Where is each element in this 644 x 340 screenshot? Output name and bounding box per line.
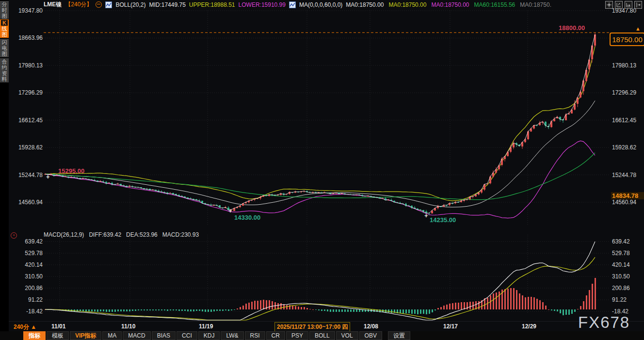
boll-lower-value: LOWER:15910.99 xyxy=(239,1,286,8)
price-tick-left: 19347.80 xyxy=(11,7,43,14)
price-tick-right: 16612.45 xyxy=(612,117,644,124)
current-price-box: 18750.00 xyxy=(610,32,644,46)
scale-axis-right-icon[interactable] xyxy=(625,1,632,9)
toolbar-item-vol[interactable]: VOL xyxy=(336,331,358,340)
toolbar-item-psy[interactable]: PSY xyxy=(286,331,308,340)
chart-header: LME镍 【240分】 BOLL(20,2) MID:17449.75 UPPE… xyxy=(44,1,551,8)
macd-tick-left: 420.14 xyxy=(11,261,43,268)
toolbar-item-macd[interactable]: MACD xyxy=(123,331,150,340)
indicator-toolbar: 指标模板VIP指标MAMACDBIASCCIKDJLW&RSICRPSYBOLL… xyxy=(0,331,644,340)
macd-tick-left: 529.78 xyxy=(11,250,43,257)
tab-contract-info[interactable]: 合约资料 xyxy=(0,58,9,82)
toolbar-item-kdj[interactable]: KDJ xyxy=(198,331,220,340)
collapse-icon[interactable] xyxy=(96,1,102,8)
price-tick-left: 15244.78 xyxy=(11,172,43,178)
macd-tick-left: 639.42 xyxy=(11,238,43,245)
boll-upper-value: UPPER:18988.51 xyxy=(189,1,235,8)
move-tool-icon[interactable] xyxy=(605,1,613,9)
low1-label: 14330.00 xyxy=(234,214,260,221)
ma-value-4: MA0:18750. xyxy=(520,1,551,8)
last-trade-price-label: 14834.78 xyxy=(611,192,644,199)
toolbar-item-ma[interactable]: MA xyxy=(102,331,122,340)
ma-params-label: MA(0,0,0,60,0,0) xyxy=(299,1,342,8)
macd-tick-right: 310.50 xyxy=(612,273,644,280)
scale-axis-left-icon[interactable] xyxy=(615,1,623,9)
price-tick-right: 17296.29 xyxy=(612,89,644,96)
period-label[interactable]: 【240分】 xyxy=(65,0,92,9)
chart-window-controls xyxy=(605,1,642,9)
macd-tick-left: 91.22 xyxy=(11,296,43,303)
toolbar-item-bias[interactable]: BIAS xyxy=(152,331,176,340)
tab-time-chart[interactable]: 分时图 xyxy=(0,1,9,19)
ma-value-2: MA0:18750.00 xyxy=(431,1,469,8)
macd-tick-right: 420.14 xyxy=(612,261,644,268)
macd-tick-left: 200.86 xyxy=(11,285,43,291)
left-high-label: 15295.00 xyxy=(58,167,84,175)
toolbar-item-lwr[interactable]: LW& xyxy=(221,331,243,340)
macd-tick-left: -18.42 xyxy=(11,308,43,315)
toolbar-item-cci[interactable]: CCI xyxy=(177,331,197,340)
toolbar-item-obv[interactable]: OBV xyxy=(359,331,382,340)
boll-indicator-icon[interactable] xyxy=(105,1,112,8)
macd-tick-right: 91.22 xyxy=(612,296,644,303)
toolbar-item-cr[interactable]: CR xyxy=(266,331,285,340)
watermark: FX678 xyxy=(578,313,630,332)
period-dropdown[interactable]: 240分 ▲ xyxy=(14,323,36,331)
toolbar-item-boll[interactable]: BOLL xyxy=(309,331,335,340)
macd-macd-value: MACD:230.93 xyxy=(162,231,199,238)
price-tick-left: 18663.96 xyxy=(11,34,43,41)
macd-header: MACD(26,12,9) DIFF:639.42 DEA:523.96 MAC… xyxy=(44,231,199,238)
macd-dea-value: DEA:523.96 xyxy=(126,231,158,238)
high-marker-label: 18800.00 xyxy=(559,24,585,32)
ma-value-0: MA0:18750.00 xyxy=(346,1,384,8)
symbol-name: LME镍 xyxy=(44,0,62,9)
ma-value-3: MA60:16155.56 xyxy=(474,1,515,8)
price-tick-left: 16612.45 xyxy=(11,117,43,124)
macd-tick-right: 200.86 xyxy=(612,285,644,291)
selected-bar-datetime: 2025/11/27 13:00~17:00 四 xyxy=(274,322,350,332)
charting-app-window: 分时图K线图闪电图合约资料 LME镍 【240分】 BOLL(20,2) MID… xyxy=(0,0,644,340)
left-tab-sidebar: 分时图K线图闪电图合约资料 xyxy=(0,0,9,340)
price-tick-left: 14560.94 xyxy=(11,199,43,206)
low1-cross-marker: + xyxy=(228,209,232,213)
tick-date: 11/19 xyxy=(199,323,213,330)
price-tick-right: 17980.13 xyxy=(612,62,644,69)
tab-flash-chart[interactable]: 闪电图 xyxy=(0,39,9,57)
ma-indicator-icon[interactable] xyxy=(289,1,296,8)
toolbar-item-rsi[interactable]: RSI xyxy=(245,331,265,340)
indicator-pane-icon[interactable]: × xyxy=(11,232,17,239)
boll-mid-value: MID:17449.75 xyxy=(149,1,185,8)
high-cross-marker: + xyxy=(46,175,50,179)
macd-tick-left: 310.50 xyxy=(11,273,43,280)
tick-date: 11/01 xyxy=(51,323,65,330)
tick-date: 12/17 xyxy=(443,323,458,330)
toolbar-item-templates[interactable]: 模板 xyxy=(47,331,69,340)
toolbar-item-indicators[interactable]: 指标 xyxy=(23,331,46,340)
price-tick-right: 14560.94 xyxy=(612,199,644,206)
chart-canvas[interactable] xyxy=(44,9,610,322)
price-tick-left: 17296.29 xyxy=(11,89,43,96)
price-tick-right: 15928.62 xyxy=(612,144,644,151)
ma-values: MA0:18750.00MA0:18750.00MA0:18750.00MA60… xyxy=(346,1,551,8)
tick-date: 12/08 xyxy=(364,323,378,330)
exit-fullscreen-icon[interactable] xyxy=(634,1,642,9)
macd-diff-value: DIFF:639.42 xyxy=(89,231,121,238)
tab-kline-chart[interactable]: K线图 xyxy=(0,19,9,38)
tick-date: 12/29 xyxy=(522,323,536,330)
toolbar-item-settings[interactable]: 设置 xyxy=(388,331,410,340)
toolbar-item-vip-indicators[interactable]: VIP指标 xyxy=(70,331,101,340)
low2-label: 14235.00 xyxy=(430,216,456,224)
price-up-arrow-icon: ▲ xyxy=(635,26,641,32)
price-tick-right: 15244.78 xyxy=(612,172,644,178)
low2-cross-marker: + xyxy=(424,213,428,218)
ma-value-1: MA0:18750.00 xyxy=(388,1,426,8)
macd-tick-right: 529.78 xyxy=(612,250,644,257)
macd-params-label: MACD(26,12,9) xyxy=(44,231,84,238)
price-tick-left: 17980.13 xyxy=(11,62,43,69)
boll-label: BOLL(20,2) xyxy=(115,1,145,8)
macd-tick-right: 639.42 xyxy=(612,238,644,245)
price-tick-left: 15928.62 xyxy=(11,144,43,151)
tick-date: 11/10 xyxy=(121,323,135,330)
time-axis: 240分 ▲ 11/01 11/10 11/19 2025/11/27 13:0… xyxy=(0,321,644,332)
